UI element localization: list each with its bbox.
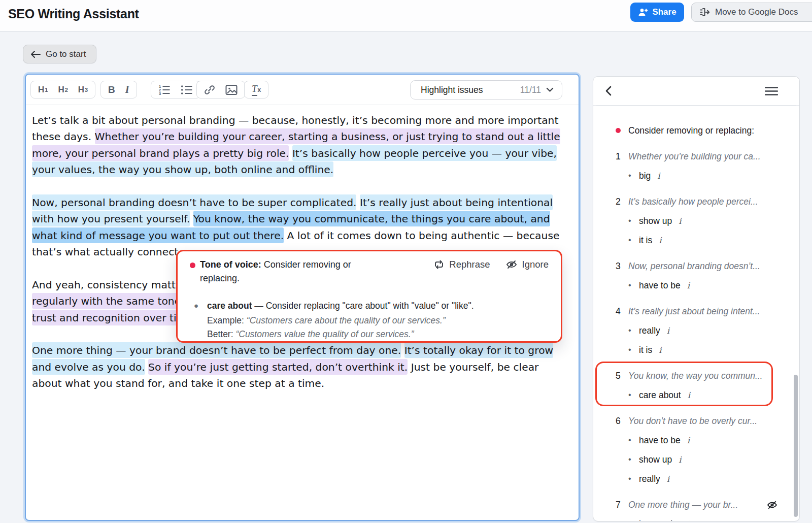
seo-writing-assistant-app: SEO Writing Assistant Share Move to Goog…	[0, 0, 812, 523]
issue-snippet: Now, personal branding doesn’t...	[628, 261, 760, 272]
bullet-icon: •	[628, 474, 639, 483]
highlighted-sentence[interactable]: and evolve as you do.	[32, 359, 145, 375]
bullet-list-button[interactable]	[176, 81, 198, 98]
suggestion-text: Consider replacing "care about" with "va…	[266, 301, 474, 311]
issue-term[interactable]: •reallyi	[616, 469, 774, 488]
issue-sentence[interactable]: 5You know, the way you commun...	[616, 366, 774, 385]
text-segment: these days.	[32, 128, 95, 144]
issue-category: Tone of voice:	[200, 259, 261, 270]
issue-term[interactable]: •have to bei	[616, 514, 774, 521]
issue-number: 6	[616, 416, 628, 427]
text-segment	[356, 194, 359, 210]
info-icon[interactable]: i	[687, 519, 690, 522]
text-segment: that’s what actually connect	[32, 244, 178, 259]
editor-toolbar: H1 H2 H3 B I 123	[26, 75, 579, 105]
issue-sentence[interactable]: 1Whether you’re building your ca...	[616, 147, 774, 166]
go-to-start-label: Go to start	[46, 49, 86, 59]
issue-sentence[interactable]: 3Now, personal branding doesn’t...	[616, 256, 774, 276]
highlighted-sentence[interactable]: You know, the way you communicate, the t…	[193, 211, 550, 226]
info-icon[interactable]: i	[687, 436, 690, 445]
go-to-start-button[interactable]: Go to start	[23, 45, 96, 63]
highlighted-sentence[interactable]: So if you’re just getting started, don’t…	[148, 359, 408, 375]
issue-snippet: It’s really just about being intent...	[628, 306, 760, 317]
issue-term[interactable]: •show upi	[616, 450, 774, 469]
info-icon[interactable]: i	[657, 171, 660, 181]
issue-number: 3	[616, 261, 628, 272]
eye-slash-icon[interactable]	[766, 500, 778, 510]
issue-term[interactable]: •bigi	[616, 166, 774, 185]
info-icon[interactable]: i	[667, 474, 669, 484]
highlighted-sentence[interactable]: It’s totally okay for it to grow	[404, 342, 553, 358]
italic-button[interactable]: I	[120, 81, 134, 98]
term-label: show up	[639, 216, 672, 226]
bullet-icon: •	[628, 345, 639, 354]
issue-term[interactable]: •it isi	[616, 231, 774, 250]
highlighted-sentence[interactable]: Now, personal branding doesn’t have to b…	[32, 194, 356, 210]
issue-snippet: It’s basically how people percei...	[628, 197, 758, 207]
issue-item: 5You know, the way you commun...•care ab…	[616, 366, 774, 405]
info-icon[interactable]: i	[687, 281, 690, 290]
issue-sentence[interactable]: 6You don’t have to be overly cur...	[616, 411, 774, 431]
issue-snippet: You know, the way you commun...	[628, 371, 763, 381]
highlighted-sentence[interactable]: It’s basically how people perceive you —…	[292, 145, 557, 161]
image-button[interactable]	[220, 81, 243, 98]
insert-group	[196, 81, 245, 99]
issue-sentence[interactable]: 7One more thing — your br...	[616, 495, 774, 514]
issue-number: 7	[616, 500, 628, 510]
highlighted-sentence[interactable]: One more thing — your brand doesn’t have…	[32, 342, 401, 358]
editor-line: Let’s talk a bit about personal branding…	[32, 112, 572, 128]
rephrase-button[interactable]: Rephrase	[433, 259, 490, 270]
highlighted-sentence[interactable]: with how you present yourself.	[32, 211, 190, 226]
move-to-google-docs-button[interactable]: Move to Google Docs	[691, 3, 812, 22]
bullet-icon: •	[628, 236, 639, 245]
eye-slash-icon	[505, 259, 518, 270]
highlighted-sentence[interactable]: more, your personal brand plays a pretty…	[32, 145, 289, 161]
person-plus-icon	[638, 7, 648, 17]
issue-sentence[interactable]: 4It’s really just about being intent...	[616, 302, 774, 321]
info-icon[interactable]: i	[659, 345, 661, 355]
share-button[interactable]: Share	[630, 3, 684, 22]
chevron-left-icon[interactable]	[605, 86, 612, 98]
editor-paragraph: Let’s talk a bit about personal branding…	[32, 112, 572, 178]
popup-suggestion: ● care about — Consider replacing "care …	[194, 300, 549, 312]
bold-button[interactable]: B	[103, 81, 120, 98]
issue-sentence[interactable]: 2It’s basically how people percei...	[616, 192, 774, 211]
h1-button[interactable]: H1	[33, 81, 53, 98]
info-icon[interactable]: i	[679, 216, 681, 226]
editor-line: Now, personal branding doesn’t have to b…	[32, 194, 572, 211]
text-segment: Let’s talk a bit about personal branding…	[32, 112, 558, 128]
ignore-button[interactable]: Ignore	[505, 259, 549, 270]
highlighted-sentence[interactable]: your values, the way you show up, both o…	[32, 161, 333, 177]
ignore-label: Ignore	[522, 259, 549, 270]
h3-button[interactable]: H3	[73, 81, 93, 98]
text-segment: And yeah, consistency matt	[32, 277, 176, 292]
highlighted-sentence[interactable]: Whether you’re building your career, sta…	[95, 128, 560, 144]
issue-number: 4	[616, 306, 628, 317]
sidebar-header	[593, 77, 799, 106]
chevron-down-icon	[546, 87, 554, 92]
issue-term[interactable]: •have to bei	[616, 431, 774, 450]
highlighted-sentence[interactable]: what kind of message you want to put out…	[32, 227, 284, 243]
highlight-issues-dropdown[interactable]: Highlight issues 11/11	[410, 80, 562, 100]
link-button[interactable]	[199, 81, 220, 98]
info-icon[interactable]: i	[667, 326, 669, 336]
issue-term[interactable]: •show upi	[616, 211, 774, 231]
issue-term[interactable]: •it isi	[616, 340, 774, 359]
h2-button[interactable]: H2	[53, 81, 73, 98]
term-label: really	[639, 325, 660, 336]
info-icon[interactable]: i	[679, 455, 681, 465]
info-icon[interactable]: i	[688, 390, 690, 400]
issue-number: 2	[616, 197, 628, 207]
ordered-list-button[interactable]: 123	[153, 81, 176, 98]
issue-term[interactable]: •have to bei	[616, 276, 774, 295]
highlighted-sentence[interactable]: It’s really just about being intentional	[360, 194, 553, 210]
scrollbar-thumb[interactable]	[794, 375, 798, 517]
clear-formatting-button[interactable]: Tx	[247, 81, 266, 98]
info-icon[interactable]: i	[659, 236, 661, 245]
term-label: have to be	[639, 435, 681, 446]
issue-term[interactable]: •reallyi	[616, 321, 774, 340]
menu-icon[interactable]	[765, 87, 778, 97]
issue-term[interactable]: •care abouti	[616, 385, 774, 405]
clear-format-group: Tx	[244, 81, 268, 99]
term-label: have to be	[639, 519, 681, 522]
